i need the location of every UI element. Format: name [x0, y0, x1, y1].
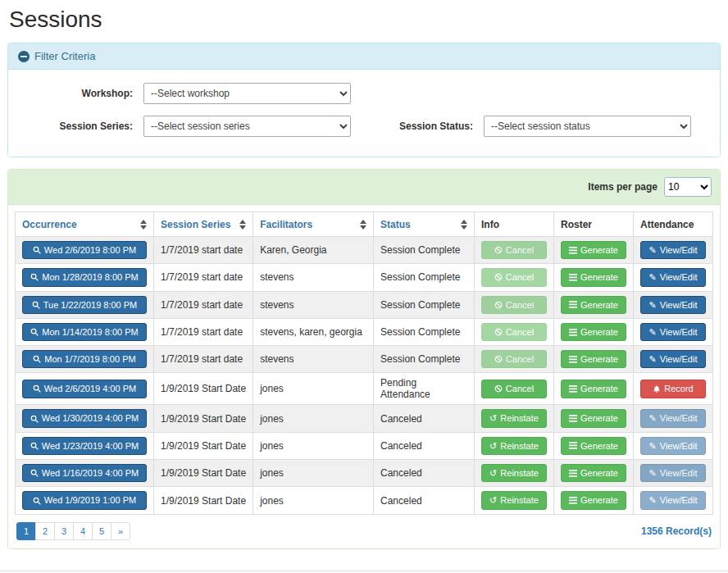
- items-per-page-label: Items per page: [588, 181, 657, 193]
- list-icon: [569, 356, 577, 363]
- page-link-4[interactable]: 4: [73, 522, 93, 540]
- facilitators-cell: jones: [253, 460, 374, 487]
- occurrence-label: Wed 1/9/2019 1:00 PM: [44, 494, 136, 506]
- collapse-icon[interactable]: [18, 51, 30, 62]
- filter-criteria-body: Workshop: --Select workshop Session Seri…: [8, 70, 720, 157]
- info-button[interactable]: ↺ Reinstate: [481, 437, 547, 455]
- session-series-select[interactable]: --Select session series: [143, 116, 351, 137]
- occurrence-button[interactable]: Wed 1/9/2019 1:00 PM: [22, 491, 147, 509]
- session-series-cell: 1/7/2019 start date: [154, 291, 253, 318]
- ban-icon: [494, 328, 503, 336]
- occurrence-button[interactable]: Mon 1/28/2019 8:00 PM: [22, 268, 147, 286]
- table-row: Tue 1/22/2019 8:00 PM 1/7/2019 start dat…: [16, 291, 713, 318]
- list-icon: [569, 497, 577, 504]
- info-button[interactable]: ↺ Cancel: [481, 268, 547, 286]
- session-status-select[interactable]: --Select session status: [484, 116, 691, 137]
- page-link-1[interactable]: 1: [16, 522, 36, 540]
- sort-icon[interactable]: [140, 220, 147, 230]
- occurrence-button[interactable]: Wed 1/23/2019 4:00 PM: [22, 437, 147, 455]
- attendance-button[interactable]: ✎ View/Edit: [640, 323, 706, 341]
- search-icon: [32, 301, 40, 309]
- roster-generate-button[interactable]: Generate: [561, 380, 626, 398]
- info-button[interactable]: ↺ Reinstate: [481, 409, 547, 427]
- roster-generate-button[interactable]: Generate: [561, 409, 626, 427]
- attendance-button[interactable]: ✎ View/Edit: [640, 437, 706, 455]
- session-status-label: Session Status:: [369, 121, 484, 132]
- attendance-button[interactable]: ✎ View/Edit: [640, 350, 706, 368]
- page-link-2[interactable]: 2: [35, 522, 55, 540]
- occurrence-button[interactable]: Wed 2/6/2019 8:00 PM: [22, 241, 147, 259]
- occurrence-button[interactable]: Wed 1/30/2019 4:00 PM: [22, 409, 147, 427]
- list-icon: [569, 329, 577, 336]
- session-series-cell: 1/9/2019 Start Date: [154, 487, 253, 514]
- roster-generate-button[interactable]: Generate: [561, 323, 626, 341]
- column-header-session-series[interactable]: Session Series: [154, 212, 253, 237]
- roster-generate-button[interactable]: Generate: [561, 491, 626, 509]
- info-button[interactable]: ↺ Reinstate: [481, 464, 547, 482]
- items-per-page-select[interactable]: 10: [664, 177, 712, 197]
- pencil-icon: ✎: [649, 299, 657, 311]
- reinstate-icon: ↺: [489, 494, 497, 506]
- occurrence-button[interactable]: Wed 1/16/2019 4:00 PM: [22, 464, 147, 482]
- ban-icon: [494, 355, 503, 363]
- roster-generate-button[interactable]: Generate: [561, 268, 626, 286]
- sessions-table: Occurrence Session Series Facilitators S…: [15, 211, 713, 515]
- column-header-occurrence[interactable]: Occurrence: [16, 212, 154, 237]
- list-icon: [569, 301, 577, 308]
- roster-generate-button[interactable]: Generate: [561, 296, 626, 314]
- attendance-button[interactable]: ✎ View/Edit: [640, 296, 706, 314]
- occurrence-label: Wed 2/6/2019 8:00 PM: [44, 244, 136, 256]
- info-button[interactable]: ↺ Reinstate: [481, 491, 547, 509]
- roster-label: Generate: [580, 440, 618, 452]
- status-cell: Canceled: [374, 432, 475, 459]
- occurrence-label: Wed 2/6/2019 4:00 PM: [44, 383, 136, 394]
- info-button[interactable]: ↺ Cancel: [481, 241, 547, 259]
- roster-generate-button[interactable]: Generate: [561, 350, 626, 368]
- pencil-icon: ✎: [649, 244, 657, 256]
- occurrence-button[interactable]: Mon 1/14/2019 8:00 PM: [22, 323, 147, 341]
- table-row: Wed 2/6/2019 8:00 PM 1/7/2019 start date…: [16, 237, 713, 264]
- attendance-label: Record: [664, 383, 693, 394]
- page-link-next[interactable]: »: [111, 522, 130, 540]
- session-series-cell: 1/7/2019 start date: [154, 318, 253, 345]
- filter-criteria-header[interactable]: Filter Criteria: [8, 43, 720, 70]
- attendance-button[interactable]: ✎ Record: [640, 380, 706, 398]
- occurrence-button[interactable]: Mon 1/7/2019 8:00 PM: [22, 350, 147, 368]
- roster-generate-button[interactable]: Generate: [561, 464, 626, 482]
- filter-criteria-title: Filter Criteria: [34, 50, 95, 62]
- info-button[interactable]: ↺ Cancel: [481, 296, 547, 314]
- column-header-facilitators[interactable]: Facilitators: [253, 212, 374, 237]
- roster-generate-button[interactable]: Generate: [561, 437, 626, 455]
- reinstate-icon: ↺: [489, 467, 497, 479]
- facilitators-cell: jones: [253, 487, 374, 514]
- attendance-button[interactable]: ✎ View/Edit: [640, 409, 706, 427]
- occurrence-button[interactable]: Tue 1/22/2019 8:00 PM: [22, 296, 147, 314]
- page-link-3[interactable]: 3: [54, 522, 74, 540]
- list-icon: [569, 385, 577, 393]
- sessions-table-body: Wed 2/6/2019 8:00 PM 1/7/2019 start date…: [16, 237, 713, 515]
- page-link-5[interactable]: 5: [92, 522, 111, 540]
- search-icon: [30, 442, 39, 450]
- attendance-button[interactable]: ✎ View/Edit: [640, 241, 706, 259]
- sessions-panel-body: Occurrence Session Series Facilitators S…: [8, 205, 720, 548]
- facilitators-cell: jones: [253, 432, 374, 459]
- sort-icon[interactable]: [239, 220, 246, 230]
- sort-icon[interactable]: [461, 220, 467, 230]
- attendance-button[interactable]: ✎ View/Edit: [640, 491, 706, 509]
- occurrence-label: Wed 1/16/2019 4:00 PM: [42, 467, 139, 479]
- search-icon: [30, 273, 39, 281]
- attendance-button[interactable]: ✎ View/Edit: [640, 464, 706, 482]
- occurrence-button[interactable]: Wed 2/6/2019 4:00 PM: [22, 380, 147, 398]
- workshop-select[interactable]: --Select workshop: [143, 83, 351, 104]
- sort-icon[interactable]: [360, 220, 366, 230]
- table-row: Wed 1/16/2019 4:00 PM 1/9/2019 Start Dat…: [16, 460, 713, 487]
- table-row: Wed 1/30/2019 4:00 PM 1/9/2019 Start Dat…: [16, 405, 713, 432]
- info-button[interactable]: ↺ Cancel: [481, 323, 547, 341]
- facilitators-cell: stevens: [253, 346, 374, 373]
- info-button[interactable]: ↺ Cancel: [481, 380, 547, 398]
- roster-generate-button[interactable]: Generate: [561, 241, 626, 259]
- info-button[interactable]: ↺ Cancel: [481, 350, 547, 368]
- column-header-status[interactable]: Status: [374, 212, 475, 237]
- status-cell: Session Complete: [374, 237, 475, 264]
- attendance-button[interactable]: ✎ View/Edit: [640, 268, 706, 286]
